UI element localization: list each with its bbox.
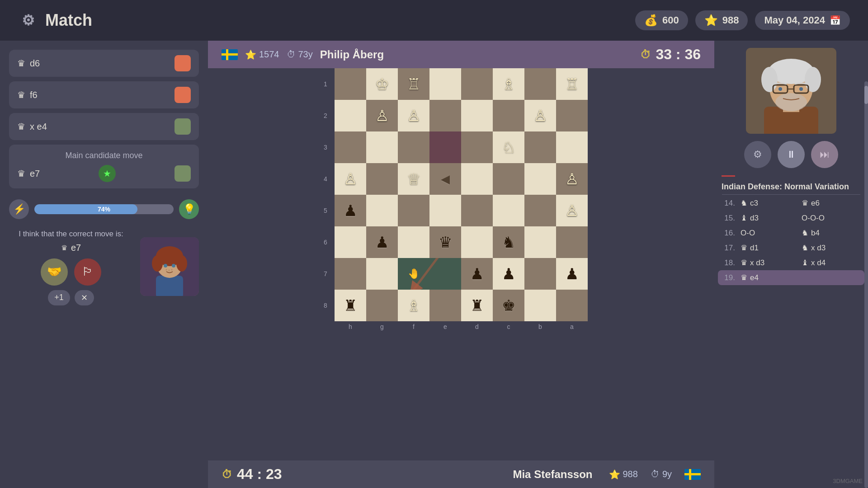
cell-h4[interactable]: ♙ <box>335 163 366 195</box>
cell-c1[interactable]: ♗ <box>493 68 524 100</box>
cell-e4[interactable]: ◀ <box>429 163 461 195</box>
cell-c4[interactable] <box>493 163 524 195</box>
cell-h1[interactable] <box>335 68 366 100</box>
cell-b4[interactable] <box>524 163 556 195</box>
right-scrollbar[interactable] <box>864 81 868 488</box>
gear-icon[interactable]: ⚙ <box>18 10 38 30</box>
cell-e3[interactable] <box>429 131 461 163</box>
move-white-17[interactable]: ♛ d1 <box>741 243 800 253</box>
piece-wn-c3: ♘ <box>502 140 515 155</box>
cell-a3[interactable] <box>556 131 588 163</box>
cell-f7[interactable]: 🤚 <box>398 258 429 290</box>
cell-d6[interactable] <box>461 226 493 258</box>
cell-b6[interactable] <box>524 226 556 258</box>
bulb-button[interactable]: 💡 <box>179 199 199 219</box>
cell-g5[interactable] <box>366 195 398 226</box>
cell-a6[interactable] <box>556 226 588 258</box>
cell-h3[interactable] <box>335 131 366 163</box>
move-white-14[interactable]: ♞ c3 <box>741 198 800 208</box>
cell-d3[interactable] <box>461 131 493 163</box>
move-black-18[interactable]: ♝ x d4 <box>802 258 861 267</box>
queen-icon-d6: ♛ <box>17 58 25 69</box>
cell-g1[interactable]: ♔ <box>366 68 398 100</box>
move-indicator-e4 <box>175 118 191 135</box>
scrollbar-thumb[interactable] <box>864 86 868 104</box>
cell-g3[interactable] <box>366 131 398 163</box>
cell-d8[interactable]: ♜ <box>461 290 493 321</box>
cell-f5[interactable] <box>398 195 429 226</box>
move-card-e4[interactable]: ♛ x e4 <box>9 113 199 140</box>
cell-e7[interactable] <box>429 258 461 290</box>
cell-f6[interactable] <box>398 226 429 258</box>
bottom-player-age: ⏱ 9y <box>651 469 672 479</box>
move-card-d6[interactable]: ♛ d6 <box>9 50 199 77</box>
move-black-16[interactable]: ♞ b4 <box>802 228 861 238</box>
move-white-18[interactable]: ♛ x d3 <box>741 258 800 267</box>
cell-f2[interactable]: ♙ <box>398 100 429 131</box>
cell-d1[interactable] <box>461 68 493 100</box>
cell-e5[interactable] <box>429 195 461 226</box>
cell-g8[interactable] <box>366 290 398 321</box>
cell-f3[interactable] <box>398 131 429 163</box>
move-white-15[interactable]: ♝ d3 <box>741 213 800 223</box>
cell-g6[interactable]: ♟ <box>366 226 398 258</box>
settings-button[interactable]: ⚙ <box>744 141 771 168</box>
cell-h6[interactable] <box>335 226 366 258</box>
cell-a8[interactable] <box>556 290 588 321</box>
cell-d2[interactable] <box>461 100 493 131</box>
cell-f8[interactable]: ♗ <box>398 290 429 321</box>
cell-g7[interactable] <box>366 258 398 290</box>
cell-h8[interactable]: ♜ <box>335 290 366 321</box>
star-button[interactable]: ★ <box>99 165 116 182</box>
cell-h7[interactable] <box>335 258 366 290</box>
cell-h5[interactable]: ♟ <box>335 195 366 226</box>
cell-b1[interactable] <box>524 68 556 100</box>
cell-e8[interactable] <box>429 290 461 321</box>
pause-button[interactable]: ⏸ <box>778 141 805 168</box>
cell-e1[interactable] <box>429 68 461 100</box>
move-white-19[interactable]: ♛ e4 <box>741 273 800 282</box>
cell-c3[interactable]: ♘ <box>493 131 524 163</box>
resign-button[interactable]: 🏳 <box>74 258 101 286</box>
cell-b3[interactable] <box>524 131 556 163</box>
cell-f4[interactable]: ♕ <box>398 163 429 195</box>
move-white-16[interactable]: O-O <box>741 229 800 238</box>
cell-b8[interactable] <box>524 290 556 321</box>
cell-c7[interactable]: ♟ <box>493 258 524 290</box>
cell-d4[interactable] <box>461 163 493 195</box>
cell-b2[interactable]: ♙ <box>524 100 556 131</box>
cell-c2[interactable] <box>493 100 524 131</box>
cell-e6[interactable]: ♛ <box>429 226 461 258</box>
lightning-button[interactable]: ⚡ <box>9 199 29 219</box>
skip-button[interactable]: ⏭ <box>811 141 838 168</box>
cell-g2[interactable]: ♙ <box>366 100 398 131</box>
move-indicator-f6 <box>175 87 191 103</box>
handshake-button[interactable]: 🤝 <box>41 258 68 286</box>
cell-e2[interactable] <box>429 100 461 131</box>
cell-g4[interactable] <box>366 163 398 195</box>
action-row: 🤝 🏳 <box>9 258 133 286</box>
cell-c8[interactable]: ♚ <box>493 290 524 321</box>
star-value: 988 <box>722 14 739 26</box>
cell-a1[interactable]: ♖ <box>556 68 588 100</box>
cell-a2[interactable] <box>556 100 588 131</box>
cell-h2[interactable] <box>335 100 366 131</box>
cell-b7[interactable] <box>524 258 556 290</box>
close-badge[interactable]: ✕ <box>75 290 94 305</box>
cell-f1[interactable]: ♖ <box>398 68 429 100</box>
rating-star-icon-bot: ⭐ <box>609 469 620 480</box>
cell-d7[interactable]: ♟ <box>461 258 493 290</box>
cell-a4[interactable]: ♙ <box>556 163 588 195</box>
cell-d5[interactable] <box>461 195 493 226</box>
move-black-15[interactable]: O-O-O <box>802 214 861 223</box>
chess-board: ♔ ♖ ♗ ♖ ♙ ♙ ♙ <box>335 68 588 321</box>
bottom-player-name: Mia Stefansson <box>513 468 592 481</box>
move-card-f6[interactable]: ♛ f6 <box>9 81 199 108</box>
cell-b5[interactable] <box>524 195 556 226</box>
move-black-17[interactable]: ♞ x d3 <box>802 243 861 253</box>
cell-c5[interactable] <box>493 195 524 226</box>
cell-a7[interactable]: ♟ <box>556 258 588 290</box>
cell-c6[interactable]: ♞ <box>493 226 524 258</box>
move-black-14[interactable]: ♛ e6 <box>802 198 861 208</box>
cell-a5[interactable]: ♙ <box>556 195 588 226</box>
